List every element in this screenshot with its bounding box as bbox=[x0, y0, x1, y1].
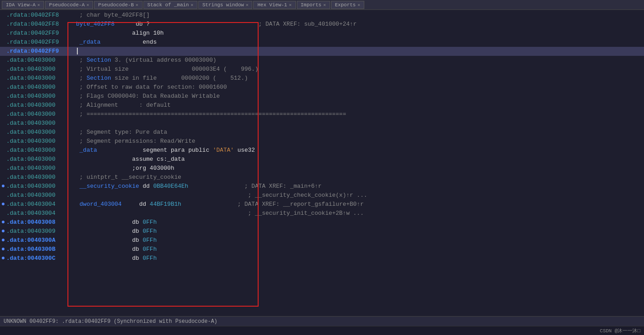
tab-label: Pseudocode-A bbox=[49, 2, 85, 8]
code-line: .rdata:00402FF9 _rdata ends bbox=[0, 38, 644, 47]
code-line: .data:00403000 ; Offset to raw data for … bbox=[0, 83, 644, 92]
code-text: db 0FFh bbox=[76, 245, 642, 254]
tab-close-icon[interactable]: ✕ bbox=[191, 2, 193, 8]
tab-pseudocode-a[interactable]: Pseudocode-A ✕ bbox=[45, 1, 93, 9]
tab-close-icon[interactable]: ✕ bbox=[246, 2, 248, 8]
dot-area bbox=[2, 227, 6, 236]
tab-close-icon[interactable]: ✕ bbox=[289, 2, 291, 8]
code-text: ; Section size in file 00000200 ( 512.) bbox=[76, 74, 642, 83]
code-line: .rdata:00402FF8 byte_402FF8 db ? ; DATA … bbox=[0, 20, 644, 29]
address: .data:00403009 bbox=[6, 227, 76, 236]
code-line: .data:00403000 _data segment para public… bbox=[0, 146, 644, 155]
code-view[interactable]: .rdata:00402FF8 ; char byte_402FF8[] .rd… bbox=[0, 10, 644, 316]
tab-bar: IDA View-A ✕ Pseudocode-A ✕ Pseudocode-B… bbox=[0, 0, 644, 10]
bottom-bar: CSDN @沐一一沐□ bbox=[0, 326, 644, 335]
code-line: .data:00403004 ; __security_init_cookie+… bbox=[0, 209, 644, 218]
code-line: .rdata:00402FF8 ; char byte_402FF8[] bbox=[0, 11, 644, 20]
code-text: assume cs:_data bbox=[76, 155, 642, 164]
code-text: db 0FFh bbox=[76, 236, 642, 245]
tab-strings[interactable]: Strings window ✕ bbox=[198, 1, 252, 9]
code-text: ; Section 3. (virtual address 00003000) bbox=[76, 56, 642, 65]
tab-label: Exports bbox=[335, 2, 356, 8]
address: .data:0040300B bbox=[6, 245, 76, 254]
address: .data:00403000 bbox=[6, 83, 76, 92]
dot-area bbox=[2, 200, 6, 209]
address: .data:00403000 bbox=[6, 119, 76, 128]
address: .rdata:00402FF8 bbox=[6, 20, 76, 29]
code-line: .data:00403000 ; Flags C0000040: Data Re… bbox=[0, 92, 644, 101]
code-text: ; __security_init_cookie+2B↑w ... bbox=[76, 209, 642, 218]
code-line: .data:00403000 ; Segment permissions: Re… bbox=[0, 137, 644, 146]
code-text bbox=[76, 119, 642, 128]
dot-area bbox=[2, 218, 6, 227]
code-line: .rdata:00402FF9 align 10h bbox=[0, 29, 644, 38]
status-text: UNKNOWN 00402FF9: .rdata:00402FF9 (Synch… bbox=[4, 318, 217, 325]
code-text: ; ======================================… bbox=[76, 110, 642, 119]
dot-area bbox=[2, 182, 6, 191]
code-text: __security_cookie dd 0BB40E64Eh ; DATA X… bbox=[76, 182, 642, 191]
address: .data:00403000 bbox=[6, 92, 76, 101]
tab-ida-view[interactable]: IDA View-A ✕ bbox=[2, 1, 44, 9]
code-text: dword_403004 dd 44BF19B1h ; DATA XREF: _… bbox=[76, 200, 642, 209]
code-text: ; __security_check_cookie(x)↑r ... bbox=[76, 191, 642, 200]
tab-pseudocode-b[interactable]: Pseudocode-B ✕ bbox=[94, 1, 142, 9]
code-line: .data:00403009 db 0FFh bbox=[0, 227, 644, 236]
tab-hex-view[interactable]: Hex View-1 ✕ bbox=[253, 1, 295, 9]
code-line: .data:00403000 assume cs:_data bbox=[0, 155, 644, 164]
dot-area bbox=[2, 254, 6, 263]
address: .data:00403000 bbox=[6, 155, 76, 164]
code-text bbox=[76, 47, 642, 56]
code-text: ; char byte_402FF8[] bbox=[76, 11, 642, 20]
code-text: _rdata ends bbox=[76, 38, 642, 47]
code-text: ; Virtual size 000003E4 ( 996.) bbox=[76, 65, 642, 74]
address: .data:0040300C bbox=[6, 254, 76, 263]
code-line: .data:0040300C db 0FFh bbox=[0, 254, 644, 263]
status-bar: UNKNOWN 00402FF9: .rdata:00402FF9 (Synch… bbox=[0, 316, 644, 326]
tab-exports[interactable]: Exports ✕ bbox=[331, 1, 364, 9]
tab-close-icon[interactable]: ✕ bbox=[358, 2, 360, 8]
code-text: ; Segment type: Pure data bbox=[76, 128, 642, 137]
address: .data:00403004 bbox=[6, 200, 76, 209]
code-text: align 10h bbox=[76, 29, 642, 38]
dot-area bbox=[2, 236, 6, 245]
code-line: .data:00403000 ; Segment type: Pure data bbox=[0, 128, 644, 137]
code-text: ; Offset to raw data for section: 000016… bbox=[76, 83, 642, 92]
tab-close-icon[interactable]: ✕ bbox=[136, 2, 139, 8]
tab-close-icon[interactable]: ✕ bbox=[86, 2, 89, 8]
code-line: .data:00403000 ; uintptr_t __security_co… bbox=[0, 173, 644, 182]
code-line: .data:00403000 bbox=[0, 119, 644, 128]
tab-close-icon[interactable]: ✕ bbox=[323, 2, 326, 8]
code-line: .data:00403008 db 0FFh bbox=[0, 218, 644, 227]
code-line-selected: .rdata:00402FF9 bbox=[0, 47, 644, 56]
code-text: ; Segment permissions: Read/Write bbox=[76, 137, 642, 146]
tab-label: Hex View-1 bbox=[257, 2, 287, 8]
address: .data:00403000 bbox=[6, 146, 76, 155]
address: .rdata:00402FF9 bbox=[6, 47, 76, 56]
tab-close-icon[interactable]: ✕ bbox=[37, 2, 40, 8]
tab-imports[interactable]: Imports ✕ bbox=[297, 1, 330, 9]
code-line: .data:00403000 __security_cookie dd 0BB4… bbox=[0, 182, 644, 191]
address: .rdata:00402FF9 bbox=[6, 29, 76, 38]
code-text: ; Alignment : default bbox=[76, 101, 642, 110]
dot-area bbox=[2, 245, 6, 254]
code-line: .data:00403000 ; Alignment : default bbox=[0, 101, 644, 110]
code-line: .data:00403000 ; =======================… bbox=[0, 110, 644, 119]
address: .data:00403000 bbox=[6, 164, 76, 173]
tab-stack-main[interactable]: Stack of _main ✕ bbox=[143, 1, 197, 9]
address: .data:0040300A bbox=[6, 236, 76, 245]
address: .data:00403000 bbox=[6, 110, 76, 119]
address: .rdata:00402FF8 bbox=[6, 11, 76, 20]
code-text: db 0FFh bbox=[76, 218, 642, 227]
address: .rdata:00402FF9 bbox=[6, 38, 76, 47]
address: .data:00403000 bbox=[6, 128, 76, 137]
code-line: .data:00403000 ; Virtual size 000003E4 (… bbox=[0, 65, 644, 74]
address: .data:00403000 bbox=[6, 74, 76, 83]
code-text: ; uintptr_t __security_cookie bbox=[76, 173, 642, 182]
address: .data:00403000 bbox=[6, 191, 76, 200]
address: .data:00403000 bbox=[6, 65, 76, 74]
bottom-text: CSDN @沐一一沐□ bbox=[600, 327, 640, 334]
code-line: .data:00403000 ; Section size in file 00… bbox=[0, 74, 644, 83]
address: .data:00403004 bbox=[6, 209, 76, 218]
address: .data:00403000 bbox=[6, 137, 76, 146]
code-line: .data:00403000 ; Section 3. (virtual add… bbox=[0, 56, 644, 65]
